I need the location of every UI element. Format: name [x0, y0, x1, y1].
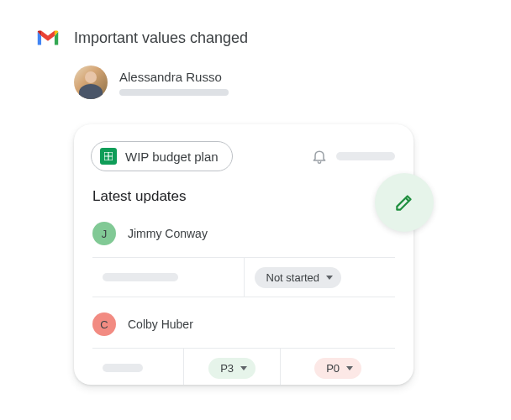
priority-dropdown[interactable]: P3 [208, 358, 256, 379]
sender-name: Alessandra Russo [119, 70, 229, 84]
priority-dropdown[interactable]: P0 [314, 358, 361, 379]
email-subject: Important values changed [74, 29, 248, 47]
pencil-icon [393, 192, 415, 213]
updates-card: WIP budget plan Latest updates J Jimmy C… [74, 124, 414, 385]
svg-line-3 [406, 198, 409, 202]
chevron-down-icon [326, 276, 333, 280]
gmail-logo [35, 29, 61, 47]
user-avatar: J [92, 222, 116, 245]
priority-cell: P3 [183, 349, 280, 385]
user-name: Jimmy Conway [128, 227, 208, 240]
priority-label: P3 [220, 362, 234, 375]
priority-cell: P0 [280, 349, 395, 385]
sheets-icon [100, 148, 117, 165]
user-name: Colby Huber [128, 318, 193, 331]
cell-placeholder [92, 258, 244, 297]
status-label: Not started [266, 271, 320, 284]
user-row: C Colby Huber [74, 307, 414, 341]
priority-label: P0 [326, 362, 340, 375]
chevron-down-icon [346, 366, 353, 370]
status-cell: Not started [244, 258, 396, 297]
edit-fab[interactable] [375, 173, 434, 232]
sender-meta-placeholder [119, 89, 229, 96]
document-chip[interactable]: WIP budget plan [91, 141, 233, 171]
document-chip-label: WIP budget plan [125, 150, 219, 164]
user-avatar: C [92, 312, 116, 336]
table-row: P3 P0 [92, 348, 395, 385]
table-row: Not started [92, 257, 395, 297]
bell-icon[interactable] [311, 148, 328, 165]
email-header: Important values changed [0, 0, 511, 47]
chevron-down-icon [240, 366, 247, 370]
user-row: J Jimmy Conway [74, 217, 414, 250]
section-title: Latest updates [74, 171, 414, 217]
sender-row: Alessandra Russo [0, 47, 511, 99]
cell-placeholder [92, 349, 183, 385]
sender-avatar [74, 66, 108, 99]
header-placeholder [336, 152, 395, 160]
status-dropdown[interactable]: Not started [255, 267, 342, 288]
